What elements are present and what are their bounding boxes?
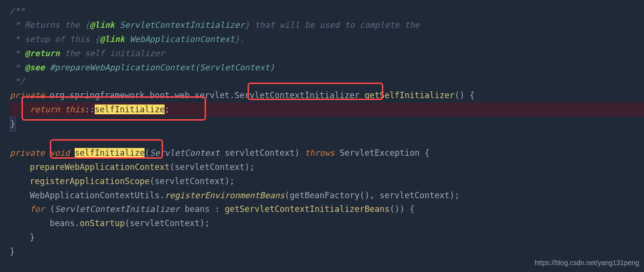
class-name: WebApplicationContextUtils [30, 190, 160, 200]
code-line: prepareWebApplicationContext(servletCont… [10, 160, 644, 174]
doc-tag: @link [90, 20, 115, 30]
method-call: prepareWebApplicationContext [30, 162, 170, 172]
space [70, 148, 75, 158]
exception-type: ServletException { [334, 148, 429, 158]
method-name-highlighted: selfInitialize [75, 148, 145, 158]
indent [10, 218, 50, 228]
keyword: private [10, 148, 45, 158]
space [45, 148, 50, 158]
comment-text: Returns the { [25, 20, 90, 30]
comment-text: setup of this { [25, 34, 100, 44]
keyword-this: this [65, 105, 85, 114]
doc-link: WebApplicationContext [125, 34, 234, 44]
punctuation: ( [145, 148, 149, 158]
punctuation: . [75, 218, 80, 228]
watermark: https://blog.csdn.net/yang131peng [535, 257, 639, 269]
doc-link: #prepareWebApplicationContext(ServletCon… [45, 63, 275, 72]
comment-text: }. [235, 34, 245, 44]
code-line: private void selfInitialize(ServletConte… [10, 146, 644, 160]
code-line-highlighted: return this::selfInitialize; [10, 103, 644, 117]
indent [10, 105, 30, 114]
keyword: throws [305, 148, 334, 158]
keyword: for [30, 204, 45, 214]
variable: beans : [180, 204, 225, 214]
code-line: beans.onStartup(servletContext); [10, 216, 644, 230]
code-line: * @see #prepareWebApplicationContext(Ser… [10, 61, 644, 75]
args: (servletContext); [125, 218, 209, 228]
punctuation: ) [294, 148, 304, 158]
code-line: * setup of this {@link WebApplicationCon… [10, 32, 644, 46]
code-line: registerApplicationScope(servletContext)… [10, 174, 644, 188]
punctuation: :: [85, 105, 95, 114]
punctuation: ; [165, 105, 169, 114]
method-call: onStartup [80, 218, 125, 228]
keyword: private [10, 90, 45, 100]
indent [10, 162, 30, 172]
indent [10, 176, 30, 186]
param-name: servletContext [220, 148, 295, 158]
args: (servletContext); [150, 176, 235, 186]
code-line: /** [10, 4, 644, 18]
code-line: private org.springframework.boot.web.ser… [10, 88, 644, 103]
punctuation: ()) { [390, 204, 415, 214]
code-line: * @return the self initializer [10, 46, 644, 61]
comment-text: } that will be used to complete the [245, 20, 419, 30]
code-line: } [10, 117, 644, 132]
args: (getBeanFactory(), servletContext); [285, 190, 459, 200]
code-line-empty [10, 132, 644, 146]
indent [10, 190, 30, 200]
code-editor[interactable]: /** * Returns the {@link ServletContextI… [0, 0, 644, 259]
brace: } [30, 232, 35, 242]
doc-tag: @return [25, 48, 60, 58]
punctuation: . [160, 190, 165, 200]
code-line: WebApplicationContextUtils.registerEnvir… [10, 188, 644, 203]
comment-text: /** [10, 6, 25, 16]
code-line: */ [10, 74, 644, 88]
method-call: registerApplicationScope [30, 176, 150, 186]
keyword: void [50, 148, 70, 158]
indent [10, 232, 30, 242]
type-name: ServletContextInitializer [235, 90, 360, 100]
doc-tag: @see [25, 63, 45, 72]
punctuation: () { [455, 90, 475, 100]
brace-cursor: } [10, 117, 16, 132]
code-line: for (ServletContextInitializer beans : g… [10, 202, 644, 216]
comment-text: */ [10, 76, 25, 86]
comment-text: * [10, 63, 25, 72]
method-call: getServletContextInitializerBeans [225, 204, 390, 214]
comment-text: * [10, 20, 25, 30]
comment-text: * [10, 48, 25, 58]
code-line: } [10, 230, 644, 245]
code-line: * Returns the {@link ServletContextIniti… [10, 18, 644, 32]
doc-link: ServletContextInitializer [115, 20, 245, 30]
method-call: registerEnvironmentBeans [165, 190, 285, 200]
brace: } [10, 247, 15, 256]
comment-text: the self initializer [60, 48, 165, 58]
param-type: ServletContext [150, 148, 220, 158]
method-ref-highlighted: selfInitialize [95, 105, 165, 114]
keyword: return [30, 105, 60, 114]
doc-tag: @link [100, 34, 125, 44]
method-name: getSelfInitializer [359, 90, 454, 100]
punctuation: ( [45, 204, 55, 214]
variable: beans [50, 218, 75, 228]
indent [10, 204, 30, 214]
package-path: org.springframework.boot.web.servlet. [45, 90, 235, 100]
comment-text: * [10, 34, 25, 44]
space [60, 105, 64, 114]
args: (servletContext); [170, 162, 255, 172]
type-name: ServletContextInitializer [55, 204, 180, 214]
code-line: } [10, 245, 644, 259]
